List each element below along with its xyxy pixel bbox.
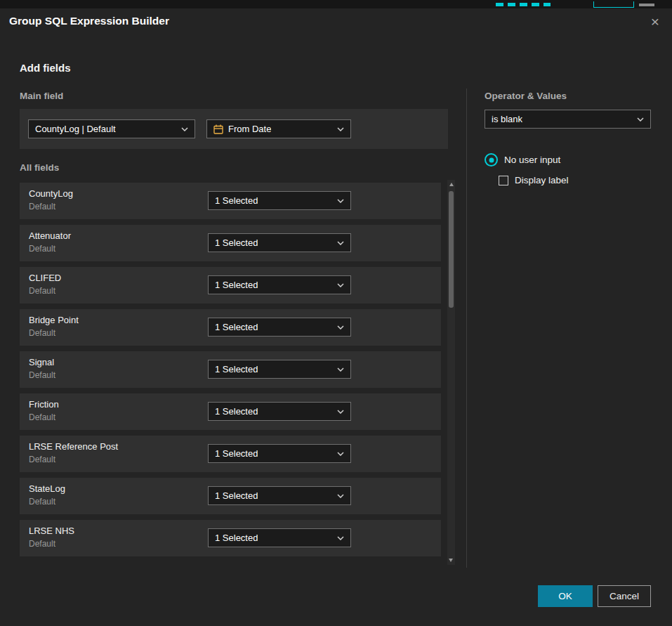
field-subtitle: Default [29,244,55,254]
field-row: CLIFED Default 1 Selected [20,267,441,304]
field-subtitle: Default [29,539,55,549]
field-subtitle: Default [29,328,55,338]
field-subtitle: Default [29,370,55,380]
field-subtitle: Default [29,455,55,464]
display-label-checkbox[interactable] [499,176,508,185]
field-name: Attenuator [29,230,71,241]
field-subtitle: Default [29,497,55,507]
field-selected-dropdown[interactable]: 1 Selected [208,233,351,252]
group-sql-expression-builder-dialog: Group SQL Expression Builder × Add field… [0,8,672,626]
field-name: CountyLog [29,188,73,199]
scroll-up-icon[interactable] [449,183,454,186]
background-app-strip [0,0,672,8]
scroll-down-icon[interactable] [449,559,453,562]
no-user-input-radio[interactable] [485,153,498,167]
chevron-down-icon [337,199,344,203]
field-name: Friction [29,399,59,410]
chevron-down-icon [337,410,344,414]
main-field-dropdown[interactable]: From Date [206,119,351,138]
field-row: Attenuator Default 1 Selected [20,225,441,261]
field-selected-dropdown[interactable]: 1 Selected [208,486,351,505]
ok-button[interactable]: OK [538,585,593,607]
close-icon[interactable]: × [647,13,664,30]
chevron-down-icon [337,241,344,245]
field-name: Signal [29,357,54,367]
background-toolbar-fragment [593,1,634,8]
field-name: LRSE Reference Post [29,441,118,452]
field-row: Bridge Point Default 1 Selected [20,309,441,346]
display-label-option: Display label [499,175,569,185]
field-selected-dropdown[interactable]: 1 Selected [208,360,351,379]
field-selected-dropdown[interactable]: 1 Selected [208,444,351,463]
field-name: StateLog [29,483,65,494]
no-user-input-option: No user input [485,153,560,167]
field-name: CLIFED [29,273,61,283]
display-label-text: Display label [515,175,569,185]
chevron-down-icon [337,494,344,498]
field-row: StateLog Default 1 Selected [20,478,441,514]
chevron-down-icon [337,127,344,131]
field-name: LRSE NHS [29,526,74,536]
operator-value: is blank [492,114,522,124]
field-selected-dropdown[interactable]: 1 Selected [208,318,351,337]
chevron-down-icon [337,536,344,540]
selected-count: 1 Selected [215,490,258,501]
field-subtitle: Default [29,412,55,422]
field-selected-dropdown[interactable]: 1 Selected [208,275,351,294]
selected-count: 1 Selected [215,280,258,290]
cancel-button[interactable]: Cancel [598,585,651,607]
field-subtitle: Default [29,286,55,296]
operator-values-label: Operator & Values [485,91,567,101]
all-fields-list: CountyLog Default 1 Selected Attenuator … [20,183,441,562]
field-row: LRSE NHS Default 1 Selected [20,520,441,556]
operator-dropdown[interactable]: is blank [485,110,651,129]
chevron-down-icon [181,127,188,131]
selected-count: 1 Selected [215,448,258,459]
chevron-down-icon [337,452,344,456]
background-toolbar-fragment [496,3,551,6]
selected-count: 1 Selected [215,364,258,374]
field-selected-dropdown[interactable]: 1 Selected [208,191,351,210]
chevron-down-icon [637,117,644,122]
main-field-value: From Date [228,124,271,134]
scrollbar-thumb[interactable] [449,191,454,308]
selected-count: 1 Selected [215,237,258,248]
calendar-icon [213,124,223,134]
dialog-title: Group SQL Expression Builder [9,15,169,27]
main-source-dropdown[interactable]: CountyLog | Default [28,119,195,138]
field-row: Signal Default 1 Selected [20,351,441,388]
field-row: LRSE Reference Post Default 1 Selected [20,436,441,472]
no-user-input-label: No user input [504,155,560,165]
main-field-label: Main field [20,91,63,101]
selected-count: 1 Selected [215,195,258,206]
field-row: CountyLog Default 1 Selected [20,183,441,219]
main-field-panel: CountyLog | Default From Date [20,109,448,149]
selected-count: 1 Selected [215,322,258,332]
field-row: Friction Default 1 Selected [20,393,441,430]
field-selected-dropdown[interactable]: 1 Selected [208,402,351,421]
selected-count: 1 Selected [215,406,258,417]
column-divider [466,89,467,568]
selected-count: 1 Selected [215,533,258,543]
fields-scrollbar[interactable] [447,180,455,565]
background-toolbar-fragment [639,4,654,6]
field-selected-dropdown[interactable]: 1 Selected [208,528,351,547]
chevron-down-icon [337,325,344,330]
add-fields-heading: Add fields [20,62,71,74]
chevron-down-icon [337,283,344,287]
field-name: Bridge Point [29,315,79,325]
chevron-down-icon [337,367,344,372]
all-fields-label: All fields [20,162,59,173]
field-subtitle: Default [29,202,55,211]
main-source-value: CountyLog | Default [35,124,116,134]
